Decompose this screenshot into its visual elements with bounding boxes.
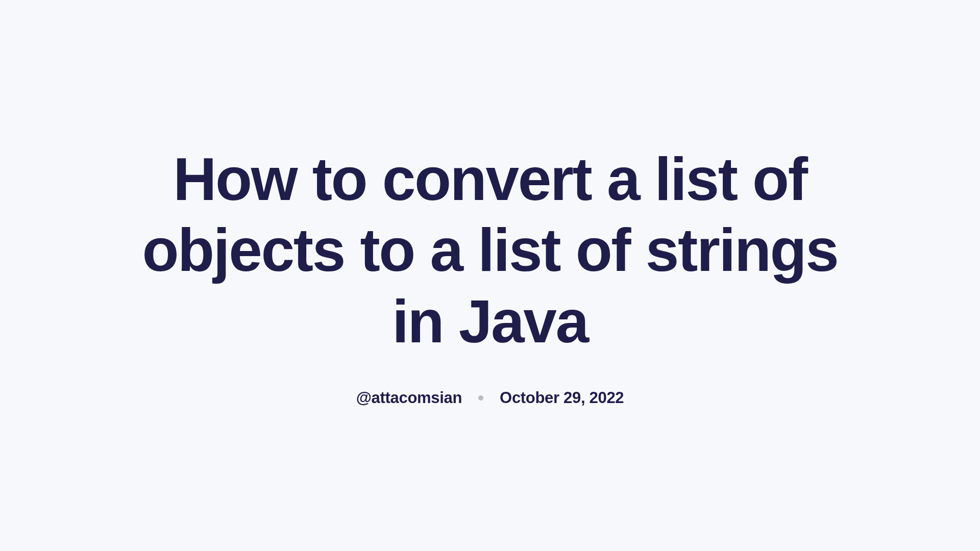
page-title: How to convert a list of objects to a li… bbox=[133, 144, 847, 357]
author-handle[interactable]: @attacomsian bbox=[356, 389, 462, 407]
separator-dot-icon bbox=[478, 395, 483, 400]
post-date: October 29, 2022 bbox=[500, 389, 624, 407]
post-meta: @attacomsian October 29, 2022 bbox=[356, 389, 624, 407]
